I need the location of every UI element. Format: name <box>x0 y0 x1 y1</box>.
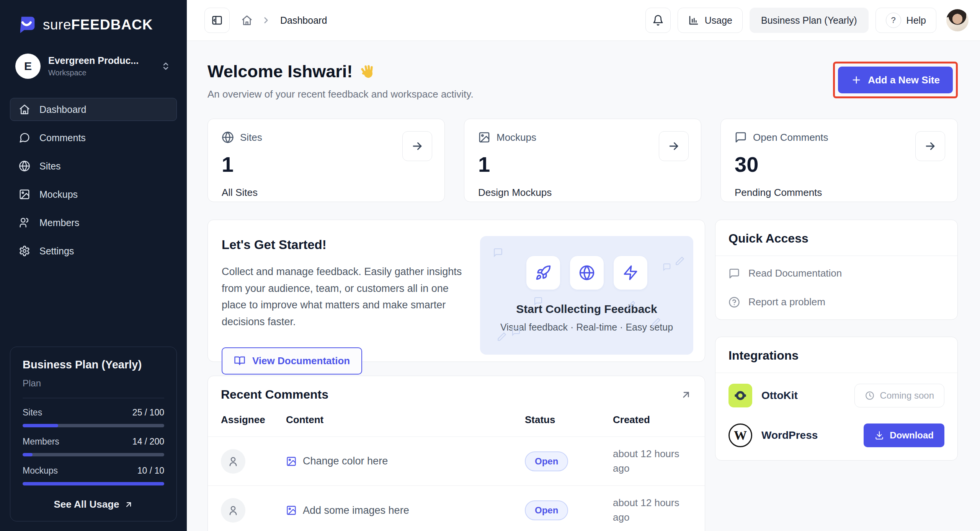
highlight-annotation: Add a New Site <box>833 62 958 98</box>
integration-name: WordPress <box>761 429 818 441</box>
chat-bubble-decoration-icon <box>511 327 521 336</box>
stat-caption: Pending Comments <box>735 187 944 199</box>
stat-label: Sites <box>240 132 262 143</box>
ottokit-logo-icon <box>728 384 752 407</box>
pencil-decoration-icon <box>627 300 636 309</box>
pencil-decoration-icon <box>651 317 661 327</box>
home-icon <box>19 104 30 115</box>
status-badge: Open <box>525 500 568 520</box>
usage-label: Mockups <box>23 466 58 476</box>
usage-button[interactable]: Usage <box>678 8 743 33</box>
help-button[interactable]: ? Help <box>875 8 936 33</box>
wordpress-logo-icon: W <box>728 423 752 447</box>
quick-access-card: Quick Access Read Documentation Report a… <box>715 220 958 320</box>
usage-label: Members <box>23 437 59 447</box>
progress-track <box>23 482 164 485</box>
progress-track <box>23 453 164 456</box>
image-icon <box>19 189 30 200</box>
arrow-up-right-icon <box>124 500 133 509</box>
user-avatar[interactable] <box>946 9 969 31</box>
brand-name-light: sure <box>43 17 71 33</box>
image-icon <box>286 505 297 516</box>
divider <box>23 398 164 398</box>
get-started-body: Collect and manage feedback. Easily gath… <box>222 264 469 331</box>
go-to-sites-button[interactable] <box>402 131 432 161</box>
brand-name: sureFEEDBACK <box>43 17 153 33</box>
wave-hand-icon <box>359 63 376 80</box>
usage-value: 25 / 100 <box>132 407 164 418</box>
arrow-up-right-icon[interactable] <box>680 389 692 401</box>
sidebar-item-settings[interactable]: Settings <box>10 239 177 262</box>
add-new-site-button[interactable]: Add a New Site <box>838 67 953 93</box>
plus-icon <box>851 75 862 85</box>
column-header: Content <box>286 414 525 426</box>
sidebar-item-dashboard[interactable]: Dashboard <box>10 98 177 121</box>
globe-icon <box>19 160 30 172</box>
image-icon <box>478 131 490 143</box>
get-started-title: Let's Get Started! <box>222 238 469 252</box>
brand-name-bold: FEEDBACK <box>71 17 153 33</box>
plan-badge[interactable]: Business Plan (Yearly) <box>750 8 869 33</box>
chat-bubble-decoration-icon <box>663 263 671 271</box>
sidebar-item-comments[interactable]: Comments <box>10 126 177 149</box>
sidebar-item-sites[interactable]: Sites <box>10 155 177 178</box>
view-documentation-button[interactable]: View Documentation <box>222 347 362 375</box>
table-row[interactable]: Add some images here Open about 12 hours… <box>208 485 705 531</box>
breadcrumb-current[interactable]: Dashboard <box>280 15 327 26</box>
arrow-right-icon <box>924 140 937 153</box>
usage-sites: Sites25 / 100 <box>23 407 164 427</box>
person-icon <box>227 456 239 467</box>
stat-card-sites: Sites 1 All Sites <box>207 119 445 202</box>
download-button[interactable]: Download <box>864 423 944 447</box>
feedback-illustration: Start Collecting Feedback Visual feedbac… <box>480 236 693 355</box>
chevron-up-down-icon <box>160 60 172 72</box>
breadcrumb-home-icon[interactable] <box>241 15 253 26</box>
recent-comments-title: Recent Comments <box>221 388 328 402</box>
sidebar-item-mockups[interactable]: Mockups <box>10 183 177 206</box>
recent-comments-card: Recent Comments Assignee Content Status … <box>207 376 705 531</box>
usage-mockups: Mockups10 / 10 <box>23 466 164 485</box>
created-time: about 12 hours ago <box>613 447 692 476</box>
pencil-decoration-icon <box>675 256 685 266</box>
stat-card-mockups: Mockups 1 Design Mockups <box>464 119 701 202</box>
stat-caption: All Sites <box>222 187 431 199</box>
get-started-card: Let's Get Started! Collect and manage fe… <box>207 220 705 362</box>
panel-collapse-icon <box>211 15 223 26</box>
question-mark-icon: ? <box>886 13 901 28</box>
lightning-icon <box>622 265 639 281</box>
usage-value: 10 / 10 <box>137 466 164 476</box>
table-row[interactable]: Change color here Open about 12 hours ag… <box>208 437 705 485</box>
integration-wordpress: W WordPress Download <box>728 423 944 447</box>
report-problem-link[interactable]: Report a problem <box>728 296 944 308</box>
help-button-label: Help <box>906 15 926 26</box>
go-to-mockups-button[interactable] <box>659 131 689 161</box>
coming-soon-badge: Coming soon <box>854 384 944 407</box>
status-badge: Open <box>525 451 568 471</box>
app-window: sureFEEDBACK E Evergreen Produc... Works… <box>0 0 980 531</box>
created-time: about 12 hours ago <box>613 496 692 524</box>
progress-track <box>23 424 164 427</box>
see-all-usage-label: See All Usage <box>54 498 119 510</box>
chat-square-icon <box>728 268 740 279</box>
rocket-tile <box>526 256 560 290</box>
column-header: Status <box>525 414 613 426</box>
brand-chat-bubble-icon <box>16 15 37 35</box>
integrations-card: Integrations OttoKit <box>715 337 958 461</box>
sidebar-collapse-button[interactable] <box>204 8 230 33</box>
workspace-type-label: Workspace <box>48 68 152 77</box>
sidebar-item-label: Mockups <box>39 189 78 200</box>
illustration-subtitle: Visual feedback · Real-time · Easy setup <box>500 322 673 333</box>
clock-icon <box>865 391 875 401</box>
column-header: Created <box>613 414 692 426</box>
see-all-usage-link[interactable]: See All Usage <box>23 498 164 510</box>
page-subtitle: An overview of your recent feedback and … <box>207 88 474 100</box>
notifications-button[interactable] <box>645 8 671 33</box>
read-documentation-link[interactable]: Read Documentation <box>728 267 944 279</box>
comment-content: Add some images here <box>303 505 409 516</box>
sidebar-item-members[interactable]: Members <box>10 211 177 234</box>
workspace-selector[interactable]: E Evergreen Produc... Workspace <box>10 39 177 83</box>
quick-access-title: Quick Access <box>728 231 808 246</box>
sidebar-item-label: Members <box>39 217 79 228</box>
go-to-comments-button[interactable] <box>915 131 945 161</box>
assignee-avatar <box>221 498 245 523</box>
